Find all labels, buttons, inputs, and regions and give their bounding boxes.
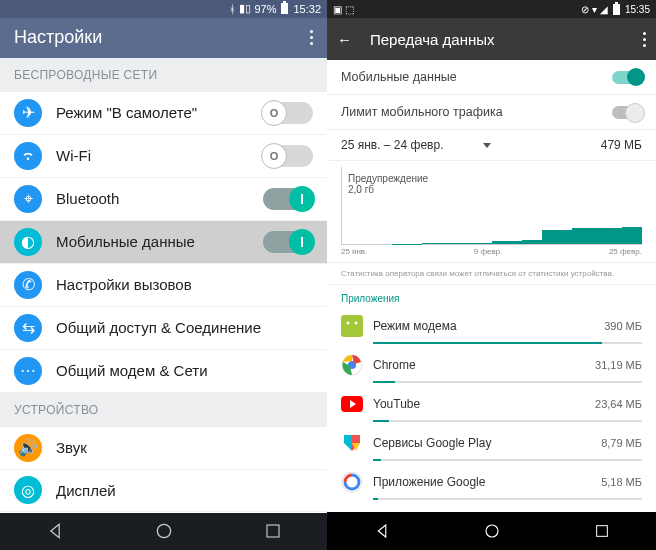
label: Звук <box>56 439 313 456</box>
app-icon <box>341 393 363 415</box>
row-airplane-mode[interactable]: ✈ Режим "В самолете" O <box>0 92 327 135</box>
label: Общий модем & Сети <box>56 362 313 379</box>
data-usage-screen: ▣ ⬚ ⊘▾◢15:35 ← Передача данных Мобильные… <box>327 0 656 550</box>
svg-point-9 <box>486 525 498 537</box>
toggle-bluetooth[interactable] <box>263 188 313 210</box>
label: Wi-Fi <box>56 147 263 164</box>
settings-screen: ᚼ ▮▯ 97% 15:32 Настройки БЕСПРОВОДНЫЕ СЕ… <box>0 0 327 550</box>
recents-button[interactable] <box>264 522 282 540</box>
app-bar <box>373 459 642 461</box>
back-arrow-icon[interactable]: ← <box>337 31 352 48</box>
app-row[interactable]: Chrome31,19 МБ <box>327 347 656 386</box>
page-title: Настройки <box>14 27 102 48</box>
row-limit-switch[interactable]: Лимит мобильного трафика <box>327 95 656 130</box>
back-button[interactable] <box>373 522 391 540</box>
app-value: 31,19 МБ <box>595 359 642 371</box>
app-value: 23,64 МБ <box>595 398 642 410</box>
switch-mobile-data[interactable] <box>612 71 642 84</box>
overflow-menu-icon[interactable] <box>310 30 313 45</box>
app-value: 8,79 МБ <box>601 437 642 449</box>
back-button[interactable] <box>45 521 65 541</box>
chart-x-axis: 25 янв.9 февр.25 февр. <box>341 247 642 260</box>
app-value: 390 МБ <box>604 320 642 332</box>
app-bar: Настройки <box>0 18 327 58</box>
row-sound[interactable]: 🔊 Звук <box>0 427 327 470</box>
app-row[interactable]: YouTube23,64 МБ <box>327 386 656 425</box>
usage-chart[interactable]: Предупреждение2,0 гб 25 янв.9 февр.25 фе… <box>327 161 656 263</box>
wifi-icon <box>14 142 42 170</box>
do-not-disturb-icon: ⊘ <box>581 4 589 15</box>
app-bar <box>373 498 642 500</box>
display-icon: ◎ <box>14 476 42 504</box>
row-bluetooth[interactable]: ⌖ Bluetooth <box>0 178 327 221</box>
app-bar <box>373 420 642 422</box>
bluetooth-icon: ᚼ <box>229 3 236 15</box>
disclaimer: Статистика оператора связи может отличат… <box>327 263 656 285</box>
share-icon: ⇆ <box>14 314 42 342</box>
battery-icon <box>281 3 288 14</box>
row-date-range[interactable]: 25 янв. – 24 февр. 479 МБ <box>327 130 656 161</box>
svg-point-4 <box>355 322 358 325</box>
row-call-settings[interactable]: ✆ Настройки вызовов <box>0 264 327 307</box>
app-name: Chrome <box>373 358 585 372</box>
airplane-icon: ✈ <box>14 99 42 127</box>
toggle-mobile-data[interactable] <box>263 231 313 253</box>
toggle-wifi[interactable]: O <box>263 145 313 167</box>
app-icon <box>341 432 363 454</box>
total-usage: 479 МБ <box>601 138 642 152</box>
battery-pct: 97% <box>254 3 276 15</box>
date-range: 25 янв. – 24 февр. <box>341 138 443 152</box>
row-sharing[interactable]: ⇆ Общий доступ & Соединение <box>0 307 327 350</box>
row-mobile-data[interactable]: ◐ Мобильные данные <box>0 221 327 264</box>
recents-button[interactable] <box>594 523 610 539</box>
svg-rect-10 <box>596 526 607 537</box>
label: Bluetooth <box>56 190 263 207</box>
label: Лимит мобильного трафика <box>341 105 503 119</box>
app-icon <box>341 471 363 493</box>
mobile-data-icon: ◐ <box>14 228 42 256</box>
home-button[interactable] <box>483 522 501 540</box>
app-name: YouTube <box>373 397 585 411</box>
app-icon <box>341 354 363 376</box>
toggle-airplane[interactable]: O <box>263 102 313 124</box>
network-icon: ⋯ <box>14 357 42 385</box>
row-wifi[interactable]: Wi-Fi O <box>0 135 327 178</box>
label: Общий доступ & Соединение <box>56 319 313 336</box>
section-wireless: БЕСПРОВОДНЫЕ СЕТИ <box>0 58 327 92</box>
overflow-menu-icon[interactable] <box>643 32 646 47</box>
notif-icons: ▣ ⬚ <box>333 4 354 15</box>
clock: 15:32 <box>293 3 321 15</box>
app-bar <box>373 342 642 344</box>
wifi-status-icon: ▾ <box>592 4 597 15</box>
home-button[interactable] <box>154 521 174 541</box>
app-value: 5,18 МБ <box>601 476 642 488</box>
app-row[interactable]: Приложение Google5,18 МБ <box>327 464 656 503</box>
status-bar: ▣ ⬚ ⊘▾◢15:35 <box>327 0 656 18</box>
app-row[interactable]: Режим модема390 МБ <box>327 308 656 347</box>
sound-icon: 🔊 <box>14 434 42 462</box>
svg-rect-1 <box>267 525 279 537</box>
chart-canvas: Предупреждение2,0 гб <box>341 167 642 245</box>
svg-point-3 <box>347 322 350 325</box>
chart-bars <box>342 167 642 244</box>
label: Режим "В самолете" <box>56 104 263 121</box>
signal-icon: ◢ <box>600 4 608 15</box>
phone-icon: ✆ <box>14 271 42 299</box>
app-icon <box>341 315 363 337</box>
status-bar: ᚼ ▮▯ 97% 15:32 <box>0 0 327 18</box>
row-mobile-data-switch[interactable]: Мобильные данные <box>327 60 656 95</box>
label: Мобильные данные <box>341 70 457 84</box>
svg-point-0 <box>158 525 171 538</box>
row-display[interactable]: ◎ Дисплей <box>0 470 327 513</box>
app-name: Сервисы Google Play <box>373 436 591 450</box>
nav-bar <box>327 512 656 550</box>
label: Мобильные данные <box>56 233 263 250</box>
row-tethering[interactable]: ⋯ Общий модем & Сети <box>0 350 327 393</box>
apps-header: Приложения <box>327 285 656 308</box>
switch-limit[interactable] <box>612 106 642 119</box>
app-row[interactable]: Сервисы Google Play8,79 МБ <box>327 425 656 464</box>
signal-icon: ▮▯ <box>239 2 251 15</box>
svg-rect-2 <box>341 315 363 337</box>
clock: 15:35 <box>625 4 650 15</box>
label: Настройки вызовов <box>56 276 313 293</box>
